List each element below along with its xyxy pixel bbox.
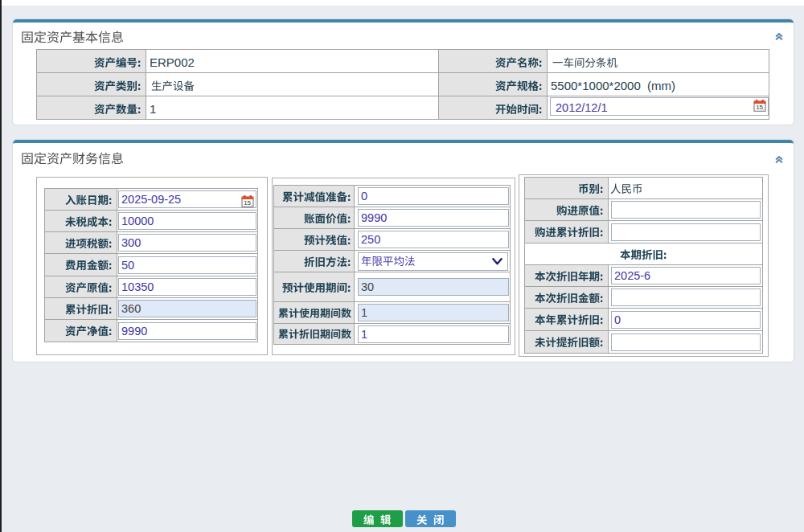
svg-text:15: 15 <box>244 199 251 207</box>
svg-text:15: 15 <box>756 104 763 111</box>
